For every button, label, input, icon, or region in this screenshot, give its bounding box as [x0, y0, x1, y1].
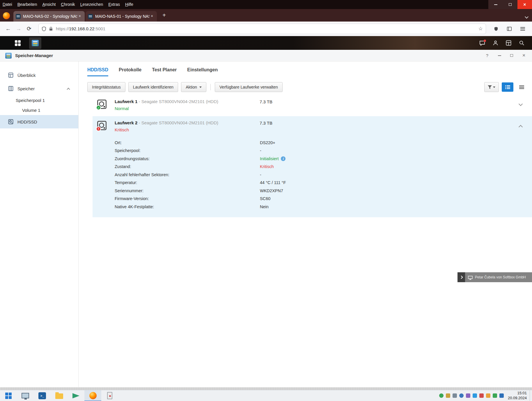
help-button[interactable]: ?: [484, 53, 490, 59]
url-bar[interactable]: https://192.168.0.22:5001 ☆: [38, 24, 486, 34]
browser-tab-2[interactable]: MAIO-NAS-01 - Synology NAS ×: [86, 11, 157, 22]
taskbar-app-device[interactable]: [101, 390, 118, 401]
tray-icon[interactable]: [453, 393, 457, 398]
identify-drive-button[interactable]: Laufwerk identifizieren: [128, 82, 178, 92]
taskbar-app-firefox[interactable]: [84, 390, 101, 401]
sidebar-item-storage[interactable]: Speicher: [0, 82, 78, 95]
storage-icon: [8, 86, 13, 91]
list-all-tabs-icon[interactable]: [525, 17, 528, 18]
widgets-icon[interactable]: [506, 40, 511, 46]
sidebar-item-storagepool[interactable]: Speicherpool 1: [0, 95, 78, 105]
forward-button[interactable]: →: [13, 24, 24, 34]
menu-lesezeichen[interactable]: Lesezeichen: [78, 0, 106, 9]
restore-button[interactable]: [509, 53, 515, 59]
tab-protokolle[interactable]: Protokolle: [119, 67, 141, 76]
firefox-tabbar: MAIO-NAS-02 - Synology NAS × MAIO-NAS-01…: [0, 9, 532, 22]
drive-icon: ✓: [97, 100, 107, 109]
start-button[interactable]: [0, 390, 17, 401]
tray-icon[interactable]: [459, 393, 464, 398]
taskbar-app-folder[interactable]: [51, 390, 68, 401]
taskbar-app-tool[interactable]: [68, 390, 84, 401]
filter-button[interactable]: [484, 82, 499, 92]
sidebar-item-overview[interactable]: Überblick: [0, 68, 78, 82]
drive-name: Laufwerk 1: [115, 99, 137, 104]
action-dropdown-button[interactable]: Aktion: [181, 82, 206, 92]
menu-hilfe[interactable]: Hilfe: [123, 0, 136, 9]
remote-session-label: Petar Čubela von Softbox GmbH: [475, 275, 526, 279]
main-menu-icon[interactable]: [12, 37, 24, 49]
bookmark-star-icon[interactable]: ☆: [478, 26, 483, 32]
compact-view-button[interactable]: [516, 82, 527, 92]
tray-icon[interactable]: [466, 393, 470, 398]
browser-close-button[interactable]: ×: [517, 0, 532, 9]
menu-bearbeiten[interactable]: Bearbeiten: [15, 0, 40, 9]
extension-shield-icon[interactable]: [491, 24, 501, 34]
firefox-icon: [89, 392, 97, 399]
tray-icon[interactable]: [499, 393, 504, 398]
tracking-protection-shield-icon[interactable]: [42, 27, 46, 31]
drive-row-1[interactable]: ✓ Laufwerk 1 - Seagate ST8000VN004-2M210…: [93, 95, 532, 116]
minimize-button[interactable]: [496, 53, 502, 59]
health-status-button[interactable]: Integritätsstatus: [87, 82, 125, 92]
reload-button[interactable]: ⟳: [24, 24, 34, 34]
window-body: Überblick Speicher Speicherpool 1 Volume…: [0, 61, 532, 387]
menu-ansicht[interactable]: Ansicht: [40, 0, 58, 9]
detail-value: -: [260, 172, 261, 177]
browser-tab-1[interactable]: MAIO-NAS-02 - Synology NAS ×: [13, 11, 85, 22]
tab-close-icon[interactable]: ×: [77, 14, 82, 19]
sidebar-item-label: Überblick: [17, 73, 36, 78]
detail-label: Speicherpool:: [115, 148, 260, 153]
manage-available-drives-button[interactable]: Verfügbare Laufwerke verwalten: [215, 82, 283, 92]
tray-icon[interactable]: [493, 393, 497, 398]
tab-einstellungen[interactable]: Einstellungen: [187, 67, 218, 76]
collapse-chevron-icon[interactable]: [67, 88, 70, 91]
tray-icon[interactable]: [473, 393, 477, 398]
system-tray: [439, 393, 504, 398]
detail-row-speicherpool: Speicherpool: -: [115, 147, 532, 155]
menu-chronik[interactable]: Chronik: [58, 0, 77, 9]
tray-icon[interactable]: [479, 393, 484, 398]
dsm-favicon-icon: [88, 14, 93, 19]
drive-row-2[interactable]: ! Laufwerk 2 - Seagate ST8000VN004-2M210…: [93, 116, 532, 217]
info-icon[interactable]: i: [281, 156, 285, 161]
folder-icon: [55, 393, 63, 399]
menu-extras[interactable]: Extras: [106, 0, 123, 9]
dsm-topbar-left: [12, 37, 41, 49]
search-icon[interactable]: [519, 40, 524, 46]
menu-datei[interactable]: Datei: [0, 0, 15, 9]
sidebar-toggle-icon[interactable]: [504, 24, 515, 34]
notifications-icon[interactable]: [479, 40, 485, 46]
new-tab-button[interactable]: +: [159, 11, 169, 20]
window-titlebar[interactable]: Speicher-Manager ? ×: [0, 50, 532, 61]
show-desktop-button[interactable]: [530, 390, 532, 401]
sidebar-item-volume[interactable]: Volume 1: [0, 105, 78, 115]
tab-hdd-ssd[interactable]: HDD/SSD: [87, 67, 108, 76]
browser-restore-button[interactable]: [503, 0, 517, 9]
drive-model: - Seagate ST8000VN004-2M2101 (HDD): [139, 99, 218, 104]
detail-value: -: [260, 148, 261, 153]
tab-test-planer[interactable]: Test Planer: [152, 67, 177, 76]
back-button[interactable]: ←: [3, 24, 13, 34]
taskbar-clock[interactable]: 15:01 20.09.2024: [508, 391, 527, 401]
url-text[interactable]: https://192.168.0.22:5001: [56, 26, 476, 31]
tray-icon[interactable]: [439, 393, 444, 398]
tray-icon[interactable]: [446, 393, 450, 398]
close-button[interactable]: ×: [521, 53, 527, 59]
list-view-button[interactable]: [502, 82, 513, 92]
user-account-icon[interactable]: [493, 40, 498, 46]
storage-manager-task-icon[interactable]: [29, 37, 41, 49]
browser-minimize-button[interactable]: [488, 0, 503, 9]
desktop-edge-band: [0, 387, 532, 390]
tab-close-icon[interactable]: ×: [149, 14, 155, 19]
taskbar-app-powershell[interactable]: >_: [34, 390, 51, 401]
detail-value: Initialisierti: [260, 156, 285, 161]
app-menu-icon[interactable]: [517, 24, 528, 34]
overlay-expand-button[interactable]: [457, 272, 465, 282]
detail-row-firmware: Firmware-Version: SC60: [115, 195, 532, 203]
connection-lock-icon[interactable]: [49, 27, 53, 31]
chevron-right-icon: [460, 275, 463, 279]
sidebar-item-hdd-ssd[interactable]: HDD/SSD: [0, 115, 78, 128]
detail-label: Seriennummer:: [115, 188, 260, 193]
taskbar-app-explorer[interactable]: [17, 390, 34, 401]
tray-icon[interactable]: [486, 393, 490, 398]
